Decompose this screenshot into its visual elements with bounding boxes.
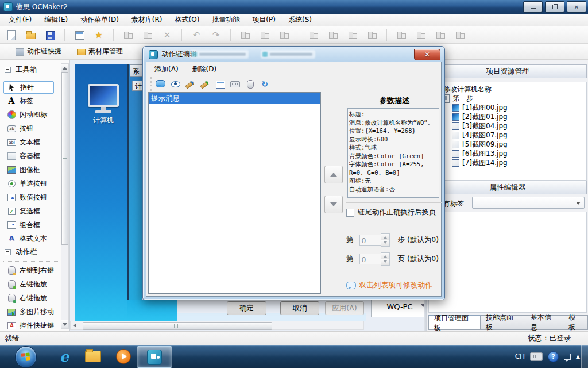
new-file-icon[interactable] xyxy=(6,30,16,40)
menu-format[interactable]: 格式(O) xyxy=(169,13,206,26)
tool-numeric[interactable]: 数值按钮 xyxy=(0,190,69,204)
scroll-left-icon[interactable] xyxy=(71,321,79,329)
action-chain-shortcut-button[interactable]: 动作链快捷 xyxy=(15,47,61,56)
dialog-close-button[interactable]: ✕ xyxy=(414,49,440,60)
undo-icon[interactable]: ↶ xyxy=(191,30,202,40)
step-spinner[interactable] xyxy=(381,233,390,247)
ok-button[interactable]: 确定 xyxy=(227,301,266,315)
spacing-remove-icon[interactable] xyxy=(455,30,465,40)
background-tab-system[interactable]: 系统 xyxy=(130,64,144,77)
tab-basic-info[interactable]: 基本信息 xyxy=(525,315,563,330)
same-width-icon[interactable] xyxy=(308,30,319,40)
apply-button[interactable]: 应用(A) xyxy=(325,301,364,315)
tool-combobox[interactable]: 组合框 xyxy=(0,218,69,232)
align-right-icon[interactable] xyxy=(279,30,289,40)
tool-imagebox[interactable]: 图像框 xyxy=(0,163,69,177)
copy-icon[interactable] xyxy=(123,30,133,40)
tool-label[interactable]: A标签 xyxy=(0,94,69,108)
menu-batch[interactable]: 批量功能 xyxy=(206,13,246,26)
menu-project[interactable]: 项目(P) xyxy=(246,13,282,26)
mouse-action-icon[interactable] xyxy=(245,79,255,89)
menu-system[interactable]: 系统(S) xyxy=(282,13,318,26)
toolbox-scrollbar[interactable] xyxy=(61,63,69,329)
align-left-icon[interactable] xyxy=(240,30,250,40)
keyboard-tray-icon[interactable] xyxy=(530,352,543,361)
menu-edit[interactable]: 编辑(E) xyxy=(38,13,74,26)
redo-icon[interactable]: ↷ xyxy=(211,30,221,40)
open-file-icon[interactable] xyxy=(25,30,36,40)
media-player-taskbar-icon[interactable] xyxy=(114,347,133,366)
action-left-to-right[interactable]: 左键到右键 xyxy=(0,263,69,277)
step-input[interactable]: 0 xyxy=(359,235,381,246)
wizard-icon[interactable]: ★ xyxy=(94,30,104,40)
dialog-menu-delete[interactable]: 删除(D) xyxy=(185,62,224,76)
menu-material[interactable]: 素材库(R) xyxy=(125,13,169,26)
delete-icon[interactable]: ✕ xyxy=(162,30,172,40)
move-up-button[interactable] xyxy=(324,166,343,183)
tree-item[interactable]: [5]截图09.jpg xyxy=(429,140,586,149)
tree-step[interactable]: 第一步 xyxy=(429,94,586,103)
tab-template[interactable]: 模板 xyxy=(563,315,588,330)
tree-item[interactable]: [4]截图07.jpg xyxy=(429,131,586,140)
tool-pointer[interactable]: 指针 xyxy=(3,81,54,94)
help-tray-icon[interactable]: ? xyxy=(548,351,559,362)
insert-action-icon[interactable] xyxy=(200,79,210,89)
tool-textbox[interactable]: abl文本框 xyxy=(0,135,69,149)
hscroll-thumb[interactable] xyxy=(83,322,272,330)
tree-root[interactable]: 修改计算机名称 xyxy=(429,85,586,94)
distribute-icon[interactable] xyxy=(396,30,407,40)
property-combobox[interactable] xyxy=(472,197,585,209)
save-icon[interactable] xyxy=(45,30,55,40)
start-button[interactable] xyxy=(15,346,37,368)
minimize-button[interactable] xyxy=(523,1,543,13)
paste-icon[interactable] xyxy=(142,30,153,40)
form-action-icon[interactable] xyxy=(215,79,225,89)
show-desktop-button[interactable] xyxy=(581,345,588,368)
cancel-button[interactable]: 取消 xyxy=(280,301,319,315)
tree-item[interactable]: [6]截图13.jpg xyxy=(429,149,586,158)
page-input[interactable]: 0 xyxy=(359,254,381,264)
computer-desktop-icon[interactable]: 计算机 xyxy=(85,84,122,125)
explorer-taskbar-icon[interactable] xyxy=(83,347,103,366)
tree-item[interactable]: [1]截图00.jpg xyxy=(429,103,586,112)
tab-skill-panel[interactable]: 技能点面板 xyxy=(481,315,525,330)
input-language-indicator[interactable]: CH xyxy=(515,352,525,361)
close-button[interactable]: ✕ xyxy=(567,1,586,13)
actions-header[interactable]: 动作栏 xyxy=(0,246,69,258)
center-in-form-icon[interactable] xyxy=(367,30,377,40)
scroll-down-icon[interactable] xyxy=(61,320,68,328)
action-list[interactable]: 提示消息 xyxy=(148,92,321,294)
tree-item[interactable]: [3]截图04.jpg xyxy=(429,121,586,131)
message-bubble-icon[interactable] xyxy=(155,79,165,89)
tool-flash-icon[interactable]: 闪动图标 xyxy=(0,108,69,121)
tool-checkbox[interactable]: ✓复选框 xyxy=(0,204,69,218)
action-control-hotkey[interactable]: A控件快捷键 xyxy=(0,319,69,332)
refresh-action-icon[interactable]: ↻ xyxy=(260,79,270,89)
ie-taskbar-icon[interactable]: e xyxy=(55,347,74,366)
menu-action[interactable]: 动作菜单(D) xyxy=(74,13,125,26)
tree-item[interactable]: [2]截图01.jpg xyxy=(429,112,586,121)
collapse-icon[interactable] xyxy=(5,67,11,73)
horizontal-scrollbar[interactable] xyxy=(70,321,364,330)
tab-project-panel[interactable]: 项目管理面板 xyxy=(428,315,481,330)
tool-button[interactable]: ab按钮 xyxy=(0,121,69,135)
same-size-icon[interactable] xyxy=(347,30,358,40)
form-editor-icon[interactable] xyxy=(74,30,84,40)
action-multi-image-move[interactable]: 多图片移动 xyxy=(0,305,69,319)
scrollbar-thumb[interactable] xyxy=(61,72,68,245)
same-height-icon[interactable] xyxy=(328,30,338,40)
material-library-button[interactable]: 素材库管理 xyxy=(76,47,123,56)
restore-button[interactable] xyxy=(545,1,564,13)
scroll-up-icon[interactable] xyxy=(61,64,68,72)
menu-file[interactable]: 文件(F) xyxy=(2,13,38,26)
window-tray-icon[interactable] xyxy=(564,354,571,360)
tool-richtext[interactable]: A格式文本 xyxy=(0,232,69,246)
background-tab-computer[interactable]: 计 xyxy=(132,80,144,91)
action-left-drag[interactable]: 左键拖放 xyxy=(0,277,69,291)
tool-container[interactable]: 容器框 xyxy=(0,149,69,163)
move-down-button[interactable] xyxy=(324,195,343,213)
collapse-icon[interactable] xyxy=(5,249,11,255)
ocmaker-taskbar-button[interactable] xyxy=(137,346,172,368)
page-turn-checkbox[interactable] xyxy=(346,209,354,217)
keyboard-action-icon[interactable] xyxy=(230,79,240,89)
